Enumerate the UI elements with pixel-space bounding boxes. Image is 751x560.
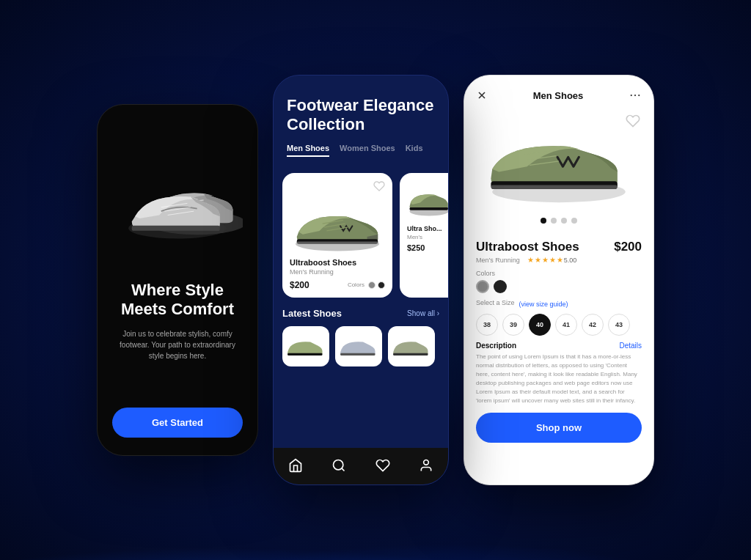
detail-top-row: Ultraboost Shoes Men's Running ★ ★ ★ ★ ★…	[476, 240, 642, 264]
dot-2[interactable]	[551, 218, 557, 224]
product-price-side: $250	[407, 243, 448, 252]
detail-product-price: $200	[614, 240, 642, 254]
product-shoe-image-main	[290, 195, 385, 254]
latest-title: Latest Shoes	[282, 308, 342, 319]
product-card-side[interactable]: Ultra Sho... Men's $250	[400, 173, 448, 298]
svg-rect-16	[410, 207, 448, 210]
size-section: Select a Size (view size guide) 38 39 40…	[476, 299, 642, 336]
show-all-button[interactable]: Show all ›	[407, 309, 439, 317]
description-header: Description Details	[476, 342, 642, 350]
size-38[interactable]: 38	[476, 314, 498, 336]
product-detail-screen: Men Shoes	[464, 75, 654, 485]
image-dots	[464, 212, 653, 229]
product-category-main: Men's Running	[290, 268, 385, 276]
collection-title: Footwear Elegance Collection	[287, 96, 435, 135]
detail-heart-icon[interactable]	[626, 114, 640, 128]
details-label[interactable]: Details	[619, 342, 642, 350]
detail-shoe-svg	[478, 117, 640, 204]
color-option-black[interactable]	[494, 280, 507, 293]
svg-rect-8	[132, 226, 220, 231]
product-name-main: Ultraboost Shoes	[290, 258, 385, 267]
product-card-main[interactable]: Ultraboost Shoes Men's Running $200 Colo…	[282, 173, 392, 298]
svg-point-26	[634, 95, 636, 96]
home-icon[interactable]	[288, 458, 303, 473]
color-gray	[368, 281, 376, 289]
collection-screen: Footwear Elegance Collection Men Shoes W…	[273, 75, 449, 485]
shoe-svg-phone1	[112, 134, 243, 266]
size-header: Select a Size (view size guide)	[476, 299, 642, 309]
svg-rect-33	[491, 185, 617, 189]
svg-rect-19	[393, 353, 428, 355]
svg-line-21	[342, 468, 345, 471]
size-42[interactable]: 42	[582, 314, 604, 336]
detail-product-category: Men's Running ★ ★ ★ ★ ★ 5.00	[476, 256, 579, 264]
size-label: Select a Size	[476, 299, 515, 306]
user-icon[interactable]	[419, 458, 433, 473]
svg-point-20	[334, 460, 343, 470]
product-colors-main: Colors	[348, 281, 385, 289]
tab-women-shoes[interactable]: Women Shoes	[340, 144, 395, 157]
latest-item-2[interactable]	[335, 326, 382, 366]
description-label: Description	[476, 342, 516, 350]
products-row: Ultraboost Shoes Men's Running $200 Colo…	[274, 173, 448, 298]
color-options	[476, 280, 642, 293]
heart-icon[interactable]	[376, 458, 390, 473]
color-black	[378, 281, 385, 289]
favorite-button-main[interactable]	[290, 180, 385, 192]
detail-title: Men Shoes	[533, 90, 584, 101]
product-shoe-svg-side	[407, 180, 448, 221]
product-name-side: Ultra Sho...	[407, 225, 448, 232]
description-text: The point of using Lorem Ipsum is that i…	[476, 353, 642, 405]
latest-item-1[interactable]	[282, 326, 329, 366]
more-options-icon[interactable]	[629, 89, 642, 102]
svg-rect-17	[287, 353, 322, 355]
svg-point-25	[631, 95, 632, 96]
welcome-screen: Where Style Meets Comfort Join us to cel…	[97, 104, 258, 456]
detail-product-image	[464, 109, 653, 212]
tab-men-shoes[interactable]: Men Shoes	[287, 144, 329, 157]
product-category-side: Men's	[407, 234, 448, 240]
welcome-subtitle: Join us to celebrate stylish, comfy foot…	[112, 328, 243, 361]
size-43[interactable]: 43	[608, 314, 630, 336]
shoe-image-phone1	[112, 134, 243, 266]
description-section: Description Details The point of using L…	[476, 342, 642, 405]
detail-body: Ultraboost Shoes Men's Running ★ ★ ★ ★ ★…	[464, 229, 653, 485]
colors-label: Colors	[476, 270, 642, 277]
svg-rect-18	[340, 353, 375, 355]
size-options: 38 39 40 41 42 43	[476, 314, 642, 336]
product-title-group: Ultraboost Shoes Men's Running ★ ★ ★ ★ ★…	[476, 240, 579, 264]
get-started-button[interactable]: Get Started	[112, 408, 243, 438]
detail-header: Men Shoes	[464, 75, 653, 109]
size-39[interactable]: 39	[502, 314, 524, 336]
product-shoe-svg	[290, 196, 385, 253]
colors-section: Colors	[476, 270, 642, 293]
svg-rect-14	[297, 241, 378, 243]
welcome-heading: Where Style Meets Comfort	[112, 281, 243, 320]
dot-4[interactable]	[571, 218, 577, 224]
latest-section: Latest Shoes Show all ›	[274, 298, 448, 372]
color-option-gray[interactable]	[476, 280, 489, 293]
tab-kids[interactable]: Kids	[406, 144, 423, 157]
tabs-row: Men Shoes Women Shoes Kids	[287, 144, 435, 163]
dot-3[interactable]	[561, 218, 567, 224]
bottom-navigation	[274, 448, 448, 485]
size-40[interactable]: 40	[529, 314, 551, 336]
svg-point-27	[638, 95, 640, 96]
size-guide-link[interactable]: (view size guide)	[519, 301, 568, 308]
latest-shoes-row	[282, 326, 439, 366]
product-bottom-main: $200 Colors	[290, 280, 385, 290]
latest-item-3[interactable]	[388, 326, 435, 366]
product-price-main: $200	[290, 280, 309, 290]
close-icon[interactable]	[476, 89, 488, 101]
collection-header: Footwear Elegance Collection Men Shoes W…	[274, 75, 448, 173]
product-shoe-image-side	[407, 180, 448, 221]
detail-product-name: Ultraboost Shoes	[476, 240, 579, 254]
svg-point-22	[424, 460, 429, 465]
welcome-tagline: Where Style Meets Comfort	[112, 281, 243, 320]
latest-header: Latest Shoes Show all ›	[282, 308, 439, 319]
search-icon[interactable]	[331, 458, 346, 473]
dot-1[interactable]	[541, 218, 546, 224]
size-41[interactable]: 41	[555, 314, 577, 336]
shop-now-button[interactable]: Shop now	[476, 413, 642, 443]
